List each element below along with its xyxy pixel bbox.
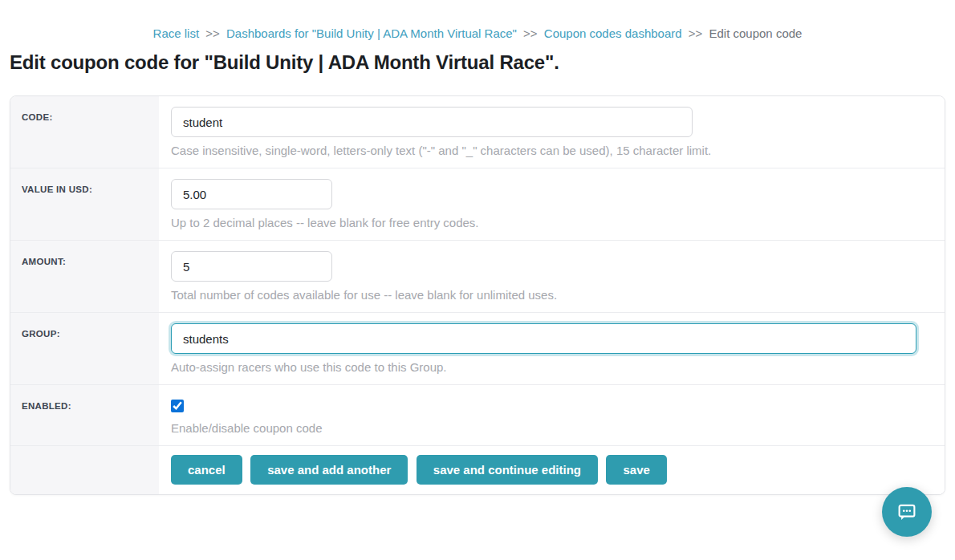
group-help-text: Auto-assign racers who use this code to … bbox=[171, 360, 930, 374]
value-in-usd-label: VALUE IN USD: bbox=[10, 168, 159, 240]
form-row-value-in-usd: VALUE IN USD: Up to 2 decimal places -- … bbox=[10, 168, 945, 240]
enabled-field-cell: Enable/disable coupon code bbox=[159, 385, 945, 445]
enabled-checkbox[interactable] bbox=[171, 400, 184, 412]
enabled-label: ENABLED: bbox=[10, 385, 159, 445]
form-row-group: GROUP: Auto-assign racers who use this c… bbox=[10, 312, 945, 384]
form-row-buttons: cancel save and add another save and con… bbox=[10, 445, 945, 494]
breadcrumb-link-race-list[interactable]: Race list bbox=[153, 26, 200, 40]
breadcrumb: Race list >> Dashboards for "Build Unity… bbox=[0, 0, 955, 40]
form-row-enabled: ENABLED: Enable/disable coupon code bbox=[10, 384, 945, 445]
value-in-usd-help-text: Up to 2 decimal places -- leave blank fo… bbox=[171, 216, 930, 229]
amount-help-text: Total number of codes available for use … bbox=[171, 288, 930, 302]
coupon-code-form: CODE: Case insensitive, single-word, let… bbox=[10, 95, 945, 495]
group-field-cell: Auto-assign racers who use this code to … bbox=[159, 313, 945, 384]
save-and-continue-editing-button[interactable]: save and continue editing bbox=[417, 455, 598, 485]
code-input[interactable] bbox=[171, 107, 693, 137]
group-input[interactable] bbox=[171, 323, 916, 354]
value-in-usd-field-cell: Up to 2 decimal places -- leave blank fo… bbox=[159, 168, 945, 240]
form-buttons: cancel save and add another save and con… bbox=[159, 446, 945, 494]
cancel-button[interactable]: cancel bbox=[171, 455, 242, 485]
form-row-amount: AMOUNT: Total number of codes available … bbox=[10, 240, 945, 312]
breadcrumb-link-dashboards[interactable]: Dashboards for "Build Unity | ADA Month … bbox=[226, 26, 517, 40]
form-row-code: CODE: Case insensitive, single-word, let… bbox=[10, 96, 945, 168]
code-field-cell: Case insensitive, single-word, letters-o… bbox=[159, 96, 945, 168]
group-label: GROUP: bbox=[10, 313, 159, 384]
breadcrumb-link-coupon-codes-dashboard[interactable]: Coupon codes dashboard bbox=[544, 26, 682, 40]
save-and-add-another-button[interactable]: save and add another bbox=[250, 455, 408, 485]
chat-bubble-icon bbox=[895, 500, 919, 524]
code-label: CODE: bbox=[10, 96, 159, 168]
breadcrumb-separator: >> bbox=[523, 26, 538, 40]
breadcrumb-separator: >> bbox=[689, 26, 703, 40]
enabled-help-text: Enable/disable coupon code bbox=[171, 421, 930, 435]
save-button[interactable]: save bbox=[606, 455, 666, 485]
buttons-row-spacer bbox=[10, 446, 159, 494]
chat-fab-button[interactable] bbox=[882, 487, 932, 537]
amount-field-cell: Total number of codes available for use … bbox=[159, 241, 945, 312]
code-help-text: Case insensitive, single-word, letters-o… bbox=[171, 144, 930, 157]
amount-input[interactable] bbox=[171, 251, 332, 282]
page-title: Edit coupon code for "Build Unity | ADA … bbox=[10, 51, 955, 74]
breadcrumb-separator: >> bbox=[205, 26, 220, 40]
value-in-usd-input[interactable] bbox=[171, 179, 332, 209]
amount-label: AMOUNT: bbox=[10, 241, 159, 312]
breadcrumb-current-page: Edit coupon code bbox=[709, 26, 802, 40]
